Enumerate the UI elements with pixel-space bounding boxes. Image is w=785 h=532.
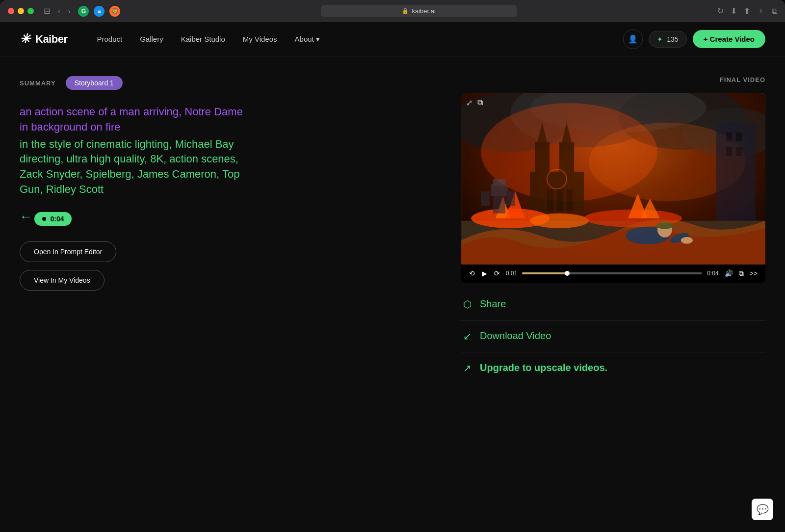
download-icon[interactable]: ⬇ (731, 6, 737, 16)
browser-nav-controls: ⊟ ‹ › (42, 5, 72, 17)
divider-2 (461, 352, 765, 352)
nav-link-kaiber-studio[interactable]: Kaiber Studio (181, 35, 225, 43)
traffic-lights (8, 8, 34, 14)
logo-icon: ✳ (20, 31, 30, 47)
video-controls: ⟲ ▶ ⟳ 0:01 (461, 265, 765, 283)
cc-icon: ⧉ (739, 269, 744, 278)
download-label: Download Video (480, 330, 551, 342)
nav-actions: 👤 ✦ 135 + Create Video (623, 29, 765, 49)
minimize-window-button[interactable] (18, 8, 24, 14)
progress-thumb (565, 271, 570, 276)
nav-link-about[interactable]: About ▾ (295, 35, 320, 44)
browser-window: ⊟ ‹ › G ≡ 🦁 🔒 kaiber.ai ↻ ⬇ ⬆ ＋ ⧉ ✳ Kaib… (0, 0, 785, 532)
skip-back-button[interactable]: ⟲ (468, 268, 476, 278)
lock-icon: 🔒 (402, 8, 409, 14)
credits-count: 135 (667, 35, 678, 43)
nav-link-my-videos[interactable]: My Videos (243, 35, 277, 43)
new-tab-icon[interactable]: ＋ (757, 6, 765, 16)
nav-link-product[interactable]: Product (97, 35, 122, 43)
more-options-button[interactable]: >> (749, 268, 759, 278)
sidebar-toggle-button[interactable]: ⊟ (42, 5, 52, 17)
download-action[interactable]: ↙ Download Video (461, 330, 765, 342)
forward-button[interactable]: › (66, 6, 73, 16)
chevron-down-icon: ▾ (316, 35, 320, 44)
open-prompt-editor-button[interactable]: Open In Prompt Editor (20, 241, 116, 262)
cc-button[interactable]: ⧉ (738, 268, 745, 279)
controls-right: 🔊 ⧉ >> (724, 268, 759, 279)
summary-label: SUMMARY (20, 80, 56, 87)
upgrade-label: Upgrade to upscale videos. (480, 362, 607, 373)
fullscreen-enter-icon[interactable]: ⤢ (466, 98, 472, 107)
credits-icon: ✦ (657, 35, 663, 43)
fire-scene-svg (461, 93, 765, 265)
share-browser-icon[interactable]: ⬆ (744, 6, 750, 16)
download-arrow-icon: ↙ (461, 330, 473, 342)
video-overlay-icons: ⤢ ⧉ (466, 98, 483, 107)
main-nav: ✳ Kaiber Product Gallery Kaiber Studio M… (0, 22, 785, 56)
share-icon: ⬡ (461, 298, 473, 310)
progress-bar[interactable] (522, 272, 702, 274)
progress-fill (522, 272, 567, 274)
grammarly-extension[interactable]: G (78, 6, 89, 17)
time-total: 0:04 (707, 270, 718, 277)
left-panel: SUMMARY Storyboard 1 an action scene of … (20, 76, 245, 510)
share-action[interactable]: ⬡ Share (461, 298, 765, 310)
nav-link-gallery[interactable]: Gallery (140, 35, 163, 43)
final-video-label: FINAL VIDEO (275, 76, 765, 83)
view-my-videos-button[interactable]: View In My Videos (20, 270, 105, 291)
upgrade-action[interactable]: ↗ Upgrade to upscale videos. (461, 362, 765, 374)
more-icon: >> (750, 269, 758, 277)
chat-bubble-button[interactable]: 💬 (752, 499, 773, 520)
skip-back-icon: ⟲ (469, 269, 475, 277)
prompt-display: an action scene of a man arriving, Notre… (20, 105, 245, 197)
video-actions: ⬡ Share ↙ Download Video ↗ Upgrade to up… (461, 298, 765, 374)
volume-icon: 🔊 (725, 269, 733, 277)
prompt-line1: an action scene of a man arriving, Notre… (20, 105, 245, 135)
reload-icon[interactable]: ↻ (717, 6, 724, 16)
tabs-icon[interactable]: ⧉ (772, 7, 777, 16)
buffer-extension[interactable]: ≡ (94, 6, 105, 17)
volume-button[interactable]: 🔊 (724, 268, 734, 278)
skip-forward-icon: ⟳ (494, 269, 500, 277)
prompt-line2: in the style of cinematic lighting, Mich… (20, 137, 245, 197)
browser-extensions: G ≡ 🦁 (78, 6, 120, 17)
svg-rect-40 (461, 93, 765, 265)
main-content: SUMMARY Storyboard 1 an action scene of … (0, 56, 785, 530)
logo-text: Kaiber (35, 33, 67, 46)
close-window-button[interactable] (8, 8, 14, 14)
brave-extension[interactable]: 🦁 (109, 6, 120, 17)
browser-actions-right: ↻ ⬇ ⬆ ＋ ⧉ (717, 6, 777, 16)
browser-toolbar: ⊟ ‹ › G ≡ 🦁 🔒 kaiber.ai ↻ ⬇ ⬆ ＋ ⧉ (0, 0, 785, 22)
nav-logo[interactable]: ✳ Kaiber (20, 31, 67, 47)
storyboard-badge: Storyboard 1 (66, 76, 123, 90)
right-panel: FINAL VIDEO (275, 76, 765, 510)
address-bar[interactable]: 🔒 kaiber.ai (321, 5, 517, 17)
chat-icon: 💬 (757, 504, 769, 515)
play-button[interactable]: ▶ (481, 268, 488, 278)
play-icon: ▶ (482, 269, 487, 277)
maximize-window-button[interactable] (27, 8, 34, 14)
share-label: Share (480, 298, 506, 310)
divider-1 (461, 320, 765, 320)
duration-text: 0:04 (50, 215, 64, 223)
video-thumbnail: ⤢ ⧉ (461, 93, 765, 265)
upgrade-icon: ↗ (461, 362, 473, 374)
duration-dot (42, 217, 46, 221)
copy-frame-icon[interactable]: ⧉ (477, 98, 483, 107)
duration-badge: 0:04 (34, 212, 72, 226)
skip-forward-button[interactable]: ⟳ (493, 268, 501, 278)
back-arrow-button[interactable]: ← (20, 209, 32, 224)
account-button[interactable]: 👤 (623, 29, 643, 49)
site-wrapper: ✳ Kaiber Product Gallery Kaiber Studio M… (0, 22, 785, 532)
back-button[interactable]: ‹ (56, 6, 62, 16)
video-player: ⤢ ⧉ ⟲ ▶ ⟳ (461, 93, 765, 283)
nav-links: Product Gallery Kaiber Studio My Videos … (97, 35, 623, 44)
user-icon: 👤 (628, 34, 638, 44)
create-video-button[interactable]: + Create Video (693, 30, 765, 48)
url-text: kaiber.ai (412, 7, 435, 15)
time-current: 0:01 (506, 270, 517, 277)
credits-display: ✦ 135 (649, 31, 686, 48)
summary-header: SUMMARY Storyboard 1 (20, 76, 245, 90)
action-buttons: Open In Prompt Editor View In My Videos (20, 241, 245, 291)
